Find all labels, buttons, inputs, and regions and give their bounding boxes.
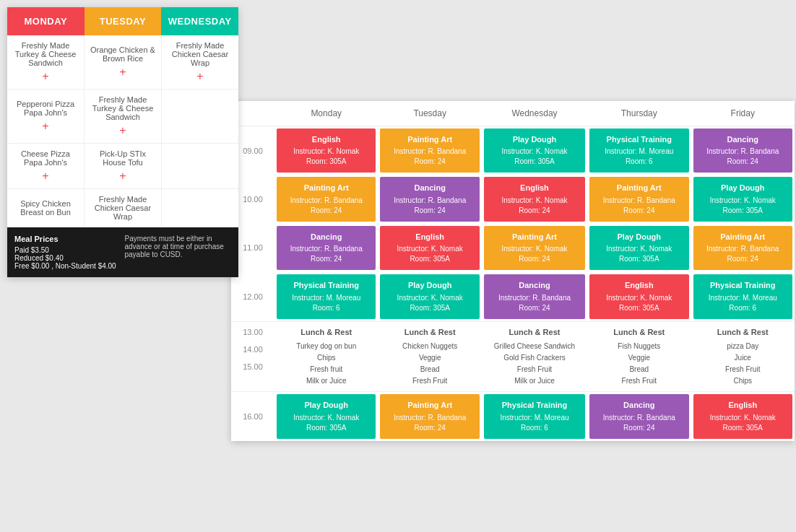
schedule-row-10: 10.00Painting ArtInstructor: R. BandanaR… (231, 175, 795, 223)
lunch-cell-wednesday: Lunch & RestGrilled Cheese SandwichGold … (482, 321, 587, 392)
menu-card: MONDAY TUESDAY WEDNESDAY Freshly Made Tu… (7, 7, 238, 277)
header-thursday: Thursday (587, 101, 691, 126)
header-wednesday: Wednesday (482, 101, 587, 126)
class-block[interactable]: Painting ArtInstructor: R. BandanaRoom: … (589, 177, 688, 221)
class-cell: Physical TrainingInstructor: M. MoreauRo… (587, 126, 691, 175)
class-block[interactable]: DancingInstructor: R. BandanaRoom: 24 (693, 128, 792, 173)
class-block[interactable]: Physical TrainingInstructor: M. MoreauRo… (693, 274, 792, 318)
header-friday: Friday (691, 101, 795, 126)
lunch-cell-tuesday: Lunch & RestChicken NuggetsVeggieBreadFr… (378, 321, 481, 392)
schedule-row-9: 09.00EnglishInstructor: K. NomakRoom: 30… (231, 126, 795, 175)
meal-prices-box: Meal Prices Paid $3.50 Reduced $0.40 Fre… (7, 227, 238, 277)
class-cell: DancingInstructor: R. BandanaRoom: 24 (482, 272, 587, 321)
menu-cell-wed-1: Freshly Made Chicken Caesar Wrap + (162, 35, 238, 89)
meal-price-reduced: Reduced $0.40 (14, 254, 121, 262)
class-block[interactable]: Painting ArtInstructor: R. BandanaRoom: … (380, 394, 479, 438)
lunch-cell-thursday: Lunch & RestFish NuggetsVeggieBreadFresh… (587, 321, 691, 392)
class-block[interactable]: Physical TrainingInstructor: M. MoreauRo… (589, 128, 688, 173)
lunch-cell-friday: Lunch & Restpizza DayJuiceFresh FruitChi… (691, 321, 795, 392)
class-block[interactable]: Painting ArtInstructor: K. NomakRoom: 24 (484, 226, 585, 270)
class-block[interactable]: Play DoughInstructor: K. NomakRoom: 305A (380, 274, 479, 318)
class-cell: Painting ArtInstructor: R. BandanaRoom: … (274, 175, 378, 223)
meal-price-paid: Paid $3.50 (14, 246, 121, 254)
menu-cell-mon-2: Pepperoni Pizza Papa John's + (7, 90, 85, 143)
class-block[interactable]: Physical TrainingInstructor: M. MoreauRo… (484, 394, 585, 438)
class-block[interactable]: Play DoughInstructor: K. NomakRoom: 305A (589, 226, 688, 270)
class-block[interactable]: EnglishInstructor: K. NomakRoom: 305A (589, 274, 688, 318)
class-cell: DancingInstructor: R. BandanaRoom: 24 (378, 175, 481, 223)
class-cell: DancingInstructor: R. BandanaRoom: 24 (587, 392, 691, 441)
time-cell-lunch: 13.0014.0015.00 (231, 321, 274, 392)
class-block[interactable]: Play DoughInstructor: K. NomakRoom: 305A (277, 394, 376, 438)
add-icon-mon-3[interactable]: + (42, 170, 48, 183)
class-cell: Painting ArtInstructor: R. BandanaRoom: … (691, 224, 795, 272)
menu-row-1: Freshly Made Turkey & Cheese Sandwich + … (7, 35, 238, 90)
menu-cell-wed-4 (162, 189, 238, 227)
menu-day-wednesday: WEDNESDAY (161, 7, 238, 35)
add-icon-wed-1[interactable]: + (196, 70, 203, 83)
class-block[interactable]: EnglishInstructor: K. NomakRoom: 24 (484, 177, 585, 221)
add-icon-tue-3[interactable]: + (119, 170, 126, 183)
class-cell: EnglishInstructor: K. NomakRoom: 305A (274, 126, 378, 175)
class-cell: Physical TrainingInstructor: M. MoreauRo… (274, 272, 378, 321)
schedule-table: Monday Tuesday Wednesday Thursday Friday… (231, 101, 795, 441)
class-cell: Play DoughInstructor: K. NomakRoom: 305A (691, 175, 795, 223)
schedule-row-12: 12.00Physical TrainingInstructor: M. Mor… (231, 272, 795, 321)
class-block[interactable]: Painting ArtInstructor: R. BandanaRoom: … (380, 128, 479, 173)
menu-cell-mon-4: Spicy Chicken Breast on Bun (7, 189, 85, 227)
menu-cell-mon-3: Cheese Pizza Papa John's + (7, 144, 85, 188)
meal-prices-right: Payments must be either in advance or at… (125, 235, 232, 270)
header-tuesday: Tuesday (378, 101, 481, 126)
meal-price-free: Free $0.00 , Non-Student $4.00 (14, 262, 121, 270)
class-cell: Physical TrainingInstructor: M. MoreauRo… (691, 272, 795, 321)
add-icon-mon-1[interactable]: + (42, 70, 48, 83)
class-cell: DancingInstructor: R. BandanaRoom: 24 (274, 224, 378, 272)
menu-row-2: Pepperoni Pizza Papa John's + Freshly Ma… (7, 90, 238, 144)
menu-cell-tue-1: Orange Chicken & Brown Rice + (85, 35, 162, 89)
time-cell: 12.00 (231, 272, 274, 321)
time-cell: 16.00 (231, 392, 274, 441)
menu-cell-tue-2: Freshly Made Turkey & Cheese Sandwich + (85, 90, 162, 143)
class-cell: Play DoughInstructor: K. NomakRoom: 305A (482, 126, 587, 175)
class-block[interactable]: DancingInstructor: R. BandanaRoom: 24 (484, 274, 585, 318)
class-block[interactable]: EnglishInstructor: K. NomakRoom: 305A (277, 128, 376, 173)
class-cell: EnglishInstructor: K. NomakRoom: 305A (378, 224, 481, 272)
add-icon-mon-2[interactable]: + (42, 120, 48, 133)
menu-row-3: Cheese Pizza Papa John's + Pick-Up STIx … (7, 144, 238, 189)
add-icon-tue-2[interactable]: + (119, 124, 126, 137)
class-block[interactable]: EnglishInstructor: K. NomakRoom: 305A (693, 394, 792, 438)
schedule-header-row: Monday Tuesday Wednesday Thursday Friday (231, 101, 795, 126)
class-block[interactable]: DancingInstructor: R. BandanaRoom: 24 (277, 226, 376, 270)
menu-cell-tue-3: Pick-Up STIx House Tofu + (85, 144, 162, 188)
class-cell: Play DoughInstructor: K. NomakRoom: 305A (274, 392, 378, 441)
menu-header-row: MONDAY TUESDAY WEDNESDAY (7, 7, 238, 35)
class-cell: Play DoughInstructor: K. NomakRoom: 305A (587, 224, 691, 272)
class-block[interactable]: Physical TrainingInstructor: M. MoreauRo… (277, 274, 376, 318)
menu-cell-wed-3 (162, 144, 238, 188)
class-block[interactable]: Painting ArtInstructor: R. BandanaRoom: … (693, 226, 792, 270)
class-cell: Painting ArtInstructor: R. BandanaRoom: … (378, 126, 481, 175)
class-cell: EnglishInstructor: K. NomakRoom: 305A (587, 272, 691, 321)
class-block[interactable]: DancingInstructor: R. BandanaRoom: 24 (380, 177, 479, 221)
class-block[interactable]: Play DoughInstructor: K. NomakRoom: 305A (693, 177, 792, 221)
menu-row-4: Spicy Chicken Breast on Bun Freshly Made… (7, 189, 238, 227)
menu-cell-tue-4: Freshly Made Chicken Caesar Wrap (85, 189, 162, 227)
class-cell: EnglishInstructor: K. NomakRoom: 24 (482, 175, 587, 223)
class-cell: Painting ArtInstructor: K. NomakRoom: 24 (482, 224, 587, 272)
menu-day-monday: MONDAY (7, 7, 85, 35)
class-block[interactable]: DancingInstructor: R. BandanaRoom: 24 (589, 394, 688, 438)
class-block[interactable]: EnglishInstructor: K. NomakRoom: 305A (380, 226, 479, 270)
schedule-row-11: 11.00DancingInstructor: R. BandanaRoom: … (231, 224, 795, 272)
menu-cell-mon-1: Freshly Made Turkey & Cheese Sandwich + (7, 35, 85, 89)
class-cell: Play DoughInstructor: K. NomakRoom: 305A (378, 272, 481, 321)
class-block[interactable]: Painting ArtInstructor: R. BandanaRoom: … (277, 177, 376, 221)
schedule-row-16: 16.00Play DoughInstructor: K. NomakRoom:… (231, 392, 795, 441)
menu-day-tuesday: TUESDAY (85, 7, 162, 35)
class-cell: Painting ArtInstructor: R. BandanaRoom: … (378, 392, 481, 441)
class-block[interactable]: Play DoughInstructor: K. NomakRoom: 305A (484, 128, 585, 173)
menu-cell-wed-2 (162, 90, 238, 143)
class-cell: EnglishInstructor: K. NomakRoom: 305A (691, 392, 795, 441)
add-icon-tue-1[interactable]: + (119, 66, 126, 79)
meal-prices-left: Meal Prices Paid $3.50 Reduced $0.40 Fre… (14, 235, 125, 270)
meal-prices-title: Meal Prices (14, 235, 121, 243)
